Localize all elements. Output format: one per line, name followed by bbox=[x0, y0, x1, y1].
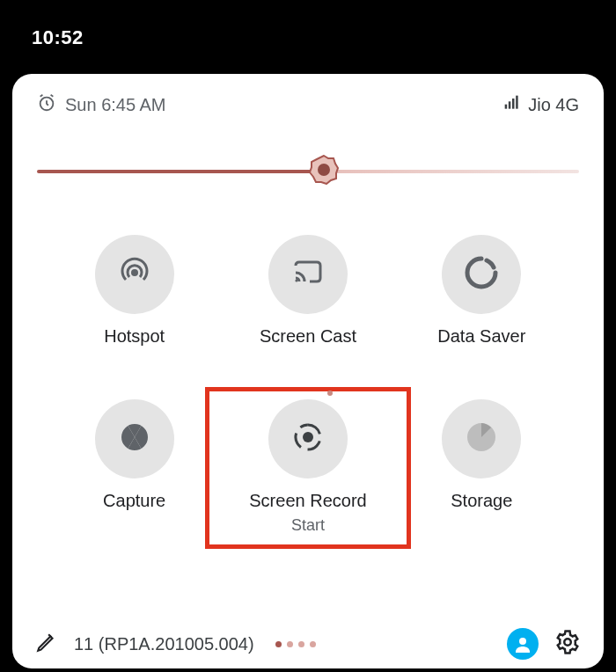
status-row: Sun 6:45 AM Jio 4G bbox=[12, 74, 604, 126]
data-saver-icon bbox=[462, 253, 501, 296]
svg-point-7 bbox=[131, 269, 138, 276]
svg-point-12 bbox=[519, 638, 526, 645]
build-label: 11 (RP1A.201005.004) bbox=[74, 634, 254, 654]
svg-rect-2 bbox=[509, 101, 511, 108]
hotspot-icon bbox=[115, 253, 154, 296]
page-indicator[interactable] bbox=[275, 641, 316, 647]
storage-icon bbox=[462, 418, 501, 460]
alarm-icon bbox=[37, 93, 56, 117]
tile-sublabel: Start bbox=[291, 516, 325, 535]
quick-settings-panel: Sun 6:45 AM Jio 4G bbox=[12, 74, 604, 668]
user-avatar-button[interactable] bbox=[507, 628, 539, 660]
tile-label: Screen Record bbox=[249, 491, 366, 511]
svg-rect-1 bbox=[505, 105, 508, 109]
tile-capture[interactable]: Capture bbox=[48, 399, 221, 535]
svg-rect-3 bbox=[512, 99, 515, 109]
record-icon bbox=[289, 418, 327, 460]
tile-data-saver[interactable]: Data Saver bbox=[395, 235, 568, 347]
settings-button[interactable] bbox=[554, 629, 581, 659]
svg-point-6 bbox=[318, 164, 330, 176]
outer-clock: 10:52 bbox=[32, 26, 84, 49]
cast-icon bbox=[289, 253, 327, 296]
signal-icon bbox=[503, 94, 521, 116]
tile-label: Data Saver bbox=[437, 326, 525, 347]
edit-button[interactable] bbox=[35, 631, 58, 657]
svg-point-10 bbox=[303, 432, 313, 442]
aperture-icon bbox=[115, 418, 154, 460]
status-time: Sun 6:45 AM bbox=[65, 95, 166, 115]
tile-label: Capture bbox=[103, 491, 165, 511]
tile-label: Hotspot bbox=[104, 326, 165, 347]
svg-point-8 bbox=[295, 279, 297, 281]
brightness-slider[interactable] bbox=[37, 170, 579, 173]
tile-hotspot[interactable]: Hotspot bbox=[48, 235, 221, 347]
tile-screen-cast[interactable]: Screen Cast bbox=[221, 235, 394, 347]
active-dot-icon bbox=[327, 391, 333, 396]
brightness-slider-thumb[interactable] bbox=[309, 155, 339, 188]
carrier-label: Jio 4G bbox=[528, 95, 579, 115]
tile-storage[interactable]: Storage bbox=[395, 399, 568, 535]
footer-row: 11 (RP1A.201005.004) bbox=[35, 628, 581, 660]
tiles-grid: Hotspot Screen Cast bbox=[12, 208, 604, 544]
svg-rect-4 bbox=[516, 96, 518, 109]
tile-label: Storage bbox=[451, 491, 512, 511]
tile-screen-record[interactable]: Screen Record Start bbox=[221, 399, 394, 535]
tile-label: Screen Cast bbox=[260, 326, 356, 347]
svg-point-13 bbox=[564, 639, 571, 646]
